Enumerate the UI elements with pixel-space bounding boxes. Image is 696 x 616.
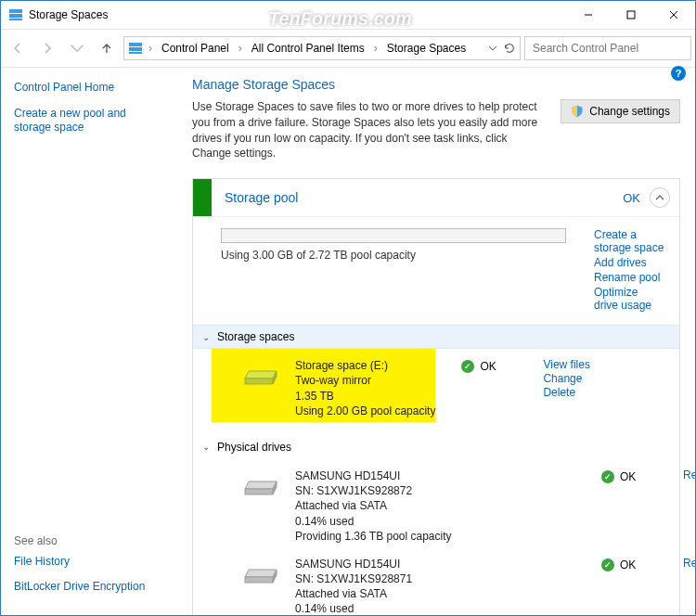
storage-pool-panel: Storage pool OK Using 3.00 GB of 2.72 TB… [192,178,680,615]
chevron-down-icon[interactable] [488,44,497,53]
svg-marker-10 [245,371,277,379]
ok-icon: ✓ [601,558,614,571]
svg-rect-0 [9,9,22,13]
chevron-right-icon: › [237,42,244,55]
breadcrumb[interactable]: All Control Panel Items [248,42,368,55]
back-button[interactable] [5,35,31,61]
chevron-right-icon: › [372,42,380,55]
pool-capacity-bar [221,228,566,243]
svg-rect-2 [9,19,22,20]
panel-header: Storage pool OK [193,179,679,217]
address-bar[interactable]: › Control Panel › All Control Panel Item… [123,36,521,60]
see-also-label: See also [14,534,166,547]
link-delete-space[interactable]: Delete [543,386,589,399]
section-label: Physical drives [217,441,291,454]
link-view-files[interactable]: View files [543,358,589,371]
space-mirror: Two-way mirror [295,373,435,388]
collapse-toggle[interactable] [650,187,670,208]
sidebar-file-history[interactable]: File History [14,555,166,570]
titlebar: Storage Spaces TenForums.com [1,1,695,30]
sidebar: Control Panel Home Create a new pool and… [1,68,177,615]
maximize-button[interactable] [610,1,652,29]
svg-rect-14 [245,489,273,494]
panel-title: Storage pool [225,190,623,205]
watermark: TenForums.com [268,8,412,30]
up-button[interactable] [94,35,120,61]
breadcrumb[interactable]: Storage Spaces [383,42,470,55]
search-box[interactable] [524,36,691,60]
change-settings-label: Change settings [589,105,670,118]
storage-spaces-icon [8,7,23,22]
physical-drive-item: SAMSUNG HD154UI SN: S1XWJ1KS928872 Attac… [221,459,575,547]
pool-status-bar [193,179,212,216]
search-input[interactable] [531,41,690,56]
change-settings-button[interactable]: Change settings [561,99,680,123]
forward-button[interactable] [34,35,60,61]
link-create-space[interactable]: Create a storage space [594,228,664,254]
minimize-button[interactable] [567,1,610,29]
svg-rect-11 [245,379,273,384]
link-rename-pool[interactable]: Rename pool [594,271,664,284]
drive-attached: Attached via SATA [295,498,452,513]
space-status: ✓ OK [461,349,517,373]
sidebar-create-pool[interactable]: Create a new pool and storage space [14,107,166,135]
page-description: Use Storage Spaces to save files to two … [192,99,548,161]
chevron-right-icon: › [147,42,154,55]
pool-capacity-text: Using 3.00 GB of 2.72 TB pool capacity [221,249,566,262]
drive-pct: 0.14% used [295,514,452,529]
space-size: 1.35 TB [295,389,435,404]
drive-status: ✓ OK [601,459,657,483]
space-using: Using 2.00 GB pool capacity [295,404,435,418]
drive-status: ✓ OK [601,547,657,571]
refresh-icon[interactable] [503,42,516,55]
svg-rect-8 [129,47,142,51]
svg-rect-7 [129,43,142,46]
svg-rect-17 [245,577,273,583]
svg-rect-1 [9,14,22,18]
svg-rect-4 [627,11,635,19]
close-button[interactable] [652,1,695,29]
chevron-down-icon: ⌄ [202,442,210,452]
shield-icon [571,105,584,118]
sidebar-cp-home[interactable]: Control Panel Home [14,81,166,96]
window-title: Storage Spaces [29,8,108,21]
main-content: Manage Storage Spaces Use Storage Spaces… [177,68,695,615]
help-icon[interactable]: ? [671,66,686,81]
link-add-drives[interactable]: Add drives [594,256,664,269]
ok-icon: ✓ [601,470,614,483]
link-change-space[interactable]: Change [543,372,589,385]
chevron-down-icon: ⌄ [202,332,210,342]
storage-space-item: Storage space (E:) Two-way mirror 1.35 T… [212,349,435,422]
link-rename-drive[interactable]: Rename [683,468,695,481]
sidebar-bitlocker[interactable]: BitLocker Drive Encryption [14,580,166,595]
link-rename-drive[interactable]: Rename [683,557,695,570]
drive-name: SAMSUNG HD154UI [295,468,452,483]
breadcrumb[interactable]: Control Panel [158,42,233,55]
panel-status: OK [623,191,640,205]
ok-icon: ✓ [461,360,474,373]
recent-dropdown[interactable] [64,35,90,61]
hdd-icon [241,560,280,586]
hdd-icon [241,472,280,498]
svg-marker-13 [245,481,277,489]
drive-icon [241,362,280,388]
drive-attached: Attached via SATA [295,586,452,601]
space-name: Storage space (E:) [295,358,435,373]
link-optimize[interactable]: Optimize drive usage [594,286,664,312]
section-storage-spaces[interactable]: ⌄ Storage spaces [193,325,679,349]
section-label: Storage spaces [217,330,294,343]
drive-sn: SN: S1XWJ1KS928872 [295,483,452,498]
physical-drive-item: SAMSUNG HD154UI SN: S1XWJ1KS928871 Attac… [221,547,575,615]
drive-sn: SN: S1XWJ1KS928871 [295,571,452,586]
drive-pct: 0.14% used [295,601,452,615]
svg-marker-16 [245,570,277,577]
drive-name: SAMSUNG HD154UI [295,557,452,571]
navbar: › Control Panel › All Control Panel Item… [1,30,695,68]
storage-spaces-icon [128,41,143,56]
section-physical-drives[interactable]: ⌄ Physical drives [193,435,679,459]
drive-providing: Providing 1.36 TB pool capacity [295,529,452,544]
svg-rect-9 [129,52,142,54]
page-heading: Manage Storage Spaces [192,77,680,92]
